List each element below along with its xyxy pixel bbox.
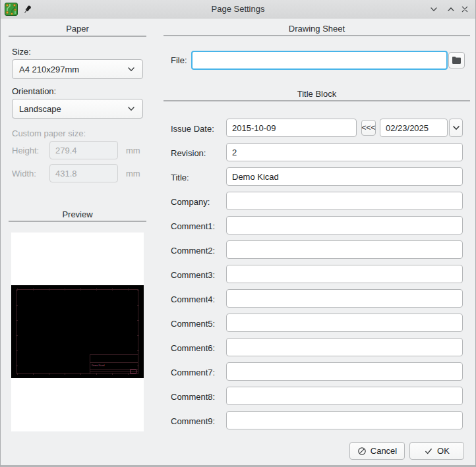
- width-unit: mm: [126, 169, 140, 179]
- file-label: File:: [171, 55, 187, 65]
- comment4-label: Comment4:: [171, 294, 215, 304]
- preview-section-divider: [9, 221, 146, 222]
- window-title: Page Settings: [1, 0, 475, 18]
- issue-date-input[interactable]: [226, 119, 357, 137]
- date-picker-dropdown-button[interactable]: [449, 119, 463, 137]
- comment8-label: Comment8:: [171, 392, 215, 402]
- size-select[interactable]: A4 210x297mm: [12, 59, 143, 79]
- orientation-select-value: Landscape: [19, 104, 127, 114]
- comment6-label: Comment6:: [171, 343, 215, 353]
- copy-date-button[interactable]: <<<: [361, 120, 376, 136]
- paper-section-header: Paper: [6, 24, 149, 34]
- comment6-input[interactable]: [226, 338, 463, 356]
- comment1-label: Comment1:: [171, 221, 215, 231]
- comment9-input[interactable]: [226, 411, 463, 429]
- custom-paper-size-label: Custom paper size:: [12, 128, 86, 138]
- comment9-label: Comment9:: [171, 416, 215, 426]
- comment7-label: Comment7:: [171, 368, 215, 377]
- cancel-icon: [357, 447, 367, 456]
- title-label: Title:: [171, 173, 189, 182]
- page-preview: Demo Kicad: [11, 233, 144, 431]
- comment1-input[interactable]: [226, 216, 463, 234]
- checkmark-icon: [424, 447, 433, 456]
- width-label: Width:: [12, 169, 36, 179]
- preview-title-text: Demo Kicad: [92, 364, 105, 367]
- width-input: [49, 164, 118, 182]
- comment3-label: Comment3:: [171, 270, 215, 280]
- preview-title-block: Demo Kicad: [90, 354, 138, 374]
- revision-label: Revision:: [171, 148, 206, 158]
- comment5-input[interactable]: [226, 314, 463, 332]
- folder-icon: [452, 56, 461, 65]
- company-input[interactable]: [226, 192, 463, 210]
- maximize-button[interactable]: [444, 3, 458, 16]
- title-block-divider: [164, 100, 470, 101]
- chevron-up-icon: [446, 5, 456, 14]
- preview-section-header: Preview: [6, 209, 149, 219]
- orientation-label: Orientation:: [12, 86, 56, 96]
- preview-drawing-frame: Demo Kicad: [16, 289, 138, 374]
- comment8-input[interactable]: [226, 387, 463, 405]
- comment3-input[interactable]: [226, 265, 463, 283]
- comment2-input[interactable]: [226, 240, 463, 259]
- comment2-label: Comment2:: [171, 246, 215, 256]
- file-input[interactable]: [191, 51, 448, 70]
- drawing-sheet-section-header: Drawing Sheet: [164, 24, 470, 34]
- minimize-button[interactable]: [427, 3, 440, 16]
- chevron-down-icon: [429, 5, 438, 14]
- ok-button[interactable]: OK: [409, 442, 464, 460]
- titlebar[interactable]: Page Settings: [1, 0, 475, 18]
- size-select-value: A4 210x297mm: [19, 65, 127, 74]
- page-settings-dialog: Page Settings Paper Size: A4 210x297mm O…: [0, 0, 476, 467]
- title-input[interactable]: [226, 167, 463, 186]
- date-picker-input[interactable]: [380, 119, 448, 137]
- height-input: [49, 141, 118, 159]
- comment7-input[interactable]: [226, 362, 463, 381]
- ok-button-label: OK: [437, 446, 450, 456]
- chevron-down-icon: [127, 65, 136, 74]
- comment5-label: Comment5:: [171, 319, 215, 329]
- chevron-down-icon: [127, 104, 136, 113]
- cancel-button-label: Cancel: [371, 446, 397, 456]
- revision-input[interactable]: [226, 143, 463, 161]
- size-label: Size:: [12, 47, 31, 57]
- height-label: Height:: [12, 146, 39, 155]
- browse-file-button[interactable]: [448, 52, 465, 69]
- orientation-select[interactable]: Landscape: [12, 99, 143, 119]
- drawing-sheet-divider: [164, 35, 470, 36]
- chevron-down-icon: [452, 123, 461, 132]
- preview-sheet: Demo Kicad: [11, 285, 144, 378]
- close-button[interactable]: [458, 3, 471, 16]
- paper-section-divider: [9, 36, 146, 37]
- close-icon: [460, 5, 469, 14]
- company-label: Company:: [171, 197, 210, 207]
- cancel-button[interactable]: Cancel: [349, 442, 405, 460]
- issue-date-label: Issue Date:: [171, 124, 214, 134]
- comment4-input[interactable]: [226, 289, 463, 308]
- height-unit: mm: [126, 146, 140, 155]
- title-block-section-header: Title Block: [164, 89, 470, 99]
